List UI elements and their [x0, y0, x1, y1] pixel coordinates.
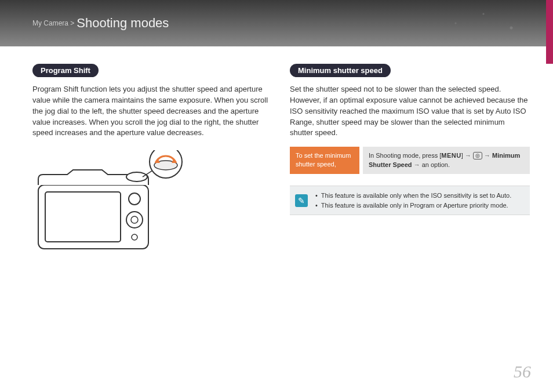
program-shift-description: Program Shift function lets you adjust t…: [32, 84, 272, 139]
min-shutter-description: Set the shutter speed not to be slower t…: [290, 84, 530, 139]
instruction-steps: In Shooting mode, press [MENU] → ◎ → Min…: [363, 147, 530, 174]
svg-point-4: [131, 216, 138, 223]
breadcrumb: My Camera >: [32, 19, 74, 27]
camera-jog-dial-illustration: [32, 150, 183, 260]
right-column: Minimum shutter speed Set the shutter sp…: [290, 64, 530, 263]
note-pen-icon: ✎: [295, 194, 308, 207]
section-tab: [546, 0, 553, 64]
instruction-row: To set the minimum shutter speed, In Sho…: [290, 147, 530, 174]
camera-settings-icon: ◎: [473, 152, 482, 159]
arrow-icon: →: [414, 161, 420, 168]
arrow-icon: →: [465, 152, 471, 159]
section-heading-min-shutter: Minimum shutter speed: [290, 64, 391, 77]
note-box: ✎ This feature is available only when th…: [290, 186, 530, 215]
page-number: 56: [514, 362, 531, 382]
note-item: This feature is available only when the …: [315, 191, 524, 201]
svg-point-2: [129, 193, 140, 205]
svg-point-6: [126, 172, 147, 182]
section-heading-program-shift: Program Shift: [32, 64, 99, 77]
svg-point-5: [132, 234, 137, 240]
instruction-text-prefix: In Shooting mode, press [: [369, 152, 441, 159]
page-title: Shooting modes: [77, 16, 169, 31]
menu-button-label: MENU: [441, 152, 461, 159]
note-icon-cell: ✎: [290, 186, 313, 215]
page-content: Program Shift Program Shift function let…: [0, 46, 553, 280]
left-column: Program Shift Program Shift function let…: [32, 64, 272, 263]
note-item: This feature is available only in Progra…: [315, 201, 524, 210]
svg-rect-1: [45, 192, 121, 242]
note-list: This feature is available only when the …: [313, 186, 530, 215]
arrow-icon: →: [484, 152, 490, 159]
instruction-label: To set the minimum shutter speed,: [290, 147, 359, 174]
page-header: My Camera > Shooting modes: [0, 0, 553, 46]
instruction-text-suffix: an option.: [420, 161, 450, 168]
